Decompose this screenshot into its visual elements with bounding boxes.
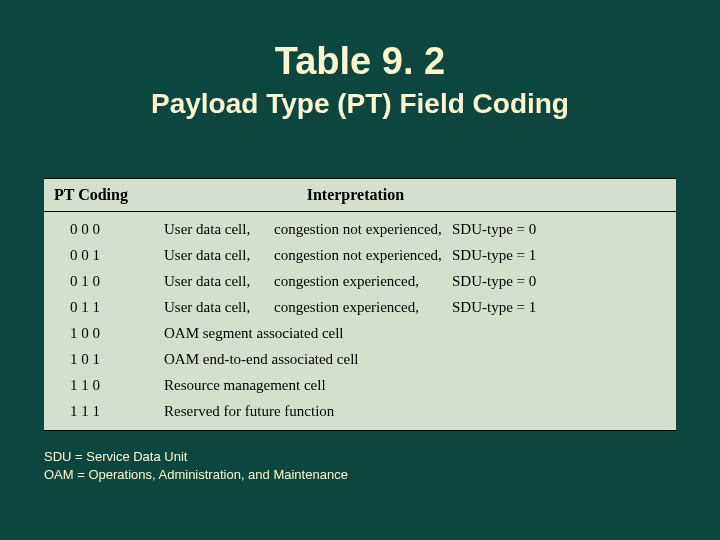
cell-sdu: SDU-type = 0 [452, 216, 572, 242]
cell-interp: congestion not experienced, [274, 242, 452, 268]
table-row: 1 1 1 Reserved for future function [44, 398, 676, 424]
table-row: 0 0 1 User data cell, congestion not exp… [44, 242, 676, 268]
cell-code: 1 1 1 [44, 398, 164, 424]
cell-interp: User data cell, [164, 294, 274, 320]
table-body: 0 0 0 User data cell, congestion not exp… [44, 212, 676, 431]
cell-interp: OAM segment associated cell [164, 320, 344, 346]
cell-code: 0 1 1 [44, 294, 164, 320]
coding-table: PT Coding Interpretation 0 0 0 User data… [44, 178, 676, 431]
table-row: 1 0 1 OAM end-to-end associated cell [44, 346, 676, 372]
cell-interp: Resource management cell [164, 372, 326, 398]
cell-sdu: SDU-type = 1 [452, 294, 572, 320]
cell-interp: congestion not experienced, [274, 216, 452, 242]
footnote-oam: OAM = Operations, Administration, and Ma… [44, 466, 348, 484]
table-title: Payload Type (PT) Field Coding [0, 88, 720, 120]
cell-code: 1 0 0 [44, 320, 164, 346]
slide: Table 9. 2 Payload Type (PT) Field Codin… [0, 0, 720, 540]
cell-interp: OAM end-to-end associated cell [164, 346, 359, 372]
footnote-sdu: SDU = Service Data Unit [44, 448, 348, 466]
cell-interp: User data cell, [164, 268, 274, 294]
header-interpretation: Interpretation [249, 186, 676, 204]
table-row: 0 0 0 User data cell, congestion not exp… [44, 216, 676, 242]
table-row: 1 0 0 OAM segment associated cell [44, 320, 676, 346]
cell-sdu: SDU-type = 1 [452, 242, 572, 268]
table-row: 1 1 0 Resource management cell [44, 372, 676, 398]
cell-interp: User data cell, [164, 242, 274, 268]
table-header-row: PT Coding Interpretation [44, 178, 676, 212]
cell-code: 1 0 1 [44, 346, 164, 372]
cell-interp: congestion experienced, [274, 294, 452, 320]
cell-code: 0 1 0 [44, 268, 164, 294]
cell-code: 0 0 1 [44, 242, 164, 268]
cell-sdu: SDU-type = 0 [452, 268, 572, 294]
table-number: Table 9. 2 [0, 0, 720, 82]
footnotes: SDU = Service Data Unit OAM = Operations… [44, 448, 348, 483]
cell-code: 0 0 0 [44, 216, 164, 242]
cell-interp: Reserved for future function [164, 398, 334, 424]
header-pt-coding: PT Coding [44, 186, 249, 204]
cell-interp: congestion experienced, [274, 268, 452, 294]
cell-code: 1 1 0 [44, 372, 164, 398]
table-row: 0 1 1 User data cell, congestion experie… [44, 294, 676, 320]
table-row: 0 1 0 User data cell, congestion experie… [44, 268, 676, 294]
cell-interp: User data cell, [164, 216, 274, 242]
